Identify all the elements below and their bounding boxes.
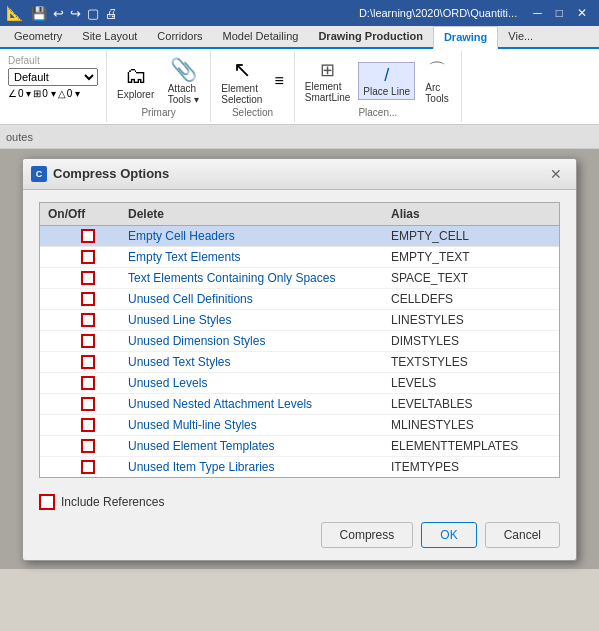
table-row[interactable]: Unused Cell Definitions CELLDEFS bbox=[40, 289, 559, 310]
main-content: C Compress Options ✕ On/Off Delete Alias bbox=[0, 149, 599, 569]
table-row[interactable]: Unused Levels LEVELS bbox=[40, 373, 559, 394]
scale-icon: △ bbox=[58, 88, 66, 99]
col-header-delete: Delete bbox=[128, 207, 391, 221]
checkbox-11[interactable] bbox=[81, 439, 95, 453]
checkbox-9[interactable] bbox=[81, 397, 95, 411]
delete-label-1: Empty Cell Headers bbox=[128, 229, 391, 243]
ok-button[interactable]: OK bbox=[421, 522, 476, 548]
extra-selection-btn[interactable]: ≡ bbox=[270, 70, 287, 92]
row-checkbox-container bbox=[48, 355, 128, 369]
tab-site-layout[interactable]: Site Layout bbox=[72, 26, 147, 47]
checkbox-4[interactable] bbox=[81, 292, 95, 306]
options-table: On/Off Delete Alias Empty Cell Headers E… bbox=[39, 202, 560, 478]
tab-geometry[interactable]: Geometry bbox=[4, 26, 72, 47]
offset-icon: ⊞ bbox=[33, 88, 41, 99]
tab-drawing-production[interactable]: Drawing Production bbox=[308, 26, 433, 47]
include-ref-label: Include References bbox=[61, 495, 164, 509]
checkbox-8[interactable] bbox=[81, 376, 95, 390]
element-selection-btn[interactable]: ↖ ElementSelection bbox=[217, 55, 266, 107]
delete-label-10: Unused Multi-line Styles bbox=[128, 418, 391, 432]
alias-label-3: SPACE_TEXT bbox=[391, 271, 551, 285]
delete-label-12: Unused Item Type Libraries bbox=[128, 460, 391, 474]
place-line-btn[interactable]: / Place Line bbox=[358, 62, 415, 100]
save-btn[interactable]: 💾 bbox=[29, 4, 49, 23]
col-header-onoff: On/Off bbox=[48, 207, 128, 221]
ribbon-tab-bar: Geometry Site Layout Corridors Model Det… bbox=[0, 26, 599, 49]
delete-label-5: Unused Line Styles bbox=[128, 313, 391, 327]
explorer-icon: 🗂 bbox=[125, 63, 147, 89]
arc-tools-btn[interactable]: ⌒ ArcTools bbox=[419, 56, 455, 106]
tab-drawing[interactable]: Drawing bbox=[433, 26, 498, 49]
col-header-alias: Alias bbox=[391, 207, 551, 221]
checkbox-5[interactable] bbox=[81, 313, 95, 327]
ribbon-group-items-selection: ↖ ElementSelection ≡ bbox=[217, 55, 287, 107]
include-references-area: Include References bbox=[23, 490, 576, 516]
include-ref-checkbox[interactable] bbox=[39, 494, 55, 510]
alias-label-5: LINESTYLES bbox=[391, 313, 551, 327]
checkbox-7[interactable] bbox=[81, 355, 95, 369]
alias-label-2: EMPTY_TEXT bbox=[391, 250, 551, 264]
redo-btn[interactable]: ↪ bbox=[68, 4, 83, 23]
modal-titlebar: C Compress Options ✕ bbox=[23, 159, 576, 190]
row-checkbox-container bbox=[48, 439, 128, 453]
table-row[interactable]: Unused Multi-line Styles MLINESTYLES bbox=[40, 415, 559, 436]
window-close-btn[interactable]: ✕ bbox=[571, 4, 593, 22]
table-row[interactable]: Unused Dimension Styles DIMSTYLES bbox=[40, 331, 559, 352]
checkbox-3[interactable] bbox=[81, 271, 95, 285]
row-checkbox-container bbox=[48, 397, 128, 411]
delete-label-7: Unused Text Styles bbox=[128, 355, 391, 369]
alias-label-7: TEXTSTYLES bbox=[391, 355, 551, 369]
row-checkbox-container bbox=[48, 292, 128, 306]
row-checkbox-container bbox=[48, 250, 128, 264]
checkbox-1[interactable] bbox=[81, 229, 95, 243]
checkbox-6[interactable] bbox=[81, 334, 95, 348]
undo-btn[interactable]: ↩ bbox=[51, 4, 66, 23]
modal-button-row: Compress OK Cancel bbox=[23, 516, 576, 560]
modal-close-button[interactable]: ✕ bbox=[544, 164, 568, 184]
tab-model-detailing[interactable]: Model Detailing bbox=[213, 26, 309, 47]
delete-label-6: Unused Dimension Styles bbox=[128, 334, 391, 348]
minimize-btn[interactable]: ─ bbox=[527, 4, 548, 22]
selection-label: Selection bbox=[217, 107, 287, 118]
print-btn[interactable]: 🖨 bbox=[103, 4, 120, 23]
maximize-btn[interactable]: □ bbox=[550, 4, 569, 22]
arc-icon: ⌒ bbox=[428, 58, 446, 82]
cancel-button[interactable]: Cancel bbox=[485, 522, 560, 548]
table-row[interactable]: Unused Element Templates ELEMENTTEMPLATE… bbox=[40, 436, 559, 457]
compress-options-dialog: C Compress Options ✕ On/Off Delete Alias bbox=[22, 158, 577, 561]
checkbox-2[interactable] bbox=[81, 250, 95, 264]
alias-label-6: DIMSTYLES bbox=[391, 334, 551, 348]
table-row[interactable]: Unused Text Styles TEXTSTYLES bbox=[40, 352, 559, 373]
tab-corridors[interactable]: Corridors bbox=[147, 26, 212, 47]
window-btn[interactable]: ▢ bbox=[85, 4, 101, 23]
row-checkbox-container bbox=[48, 418, 128, 432]
table-row[interactable]: Empty Cell Headers EMPTY_CELL bbox=[40, 226, 559, 247]
ribbon-group-items-placement: ⊞ ElementSmartLine / Place Line ⌒ ArcToo… bbox=[301, 55, 455, 107]
ribbon-content: Default Default ∠ 0 ▾ ⊞ 0 ▾ △ 0 ▾ 🗂 Expl… bbox=[0, 49, 599, 125]
table-row[interactable]: Text Elements Containing Only Spaces SPA… bbox=[40, 268, 559, 289]
table-row[interactable]: Unused Line Styles LINESTYLES bbox=[40, 310, 559, 331]
default-dropdown[interactable]: Default bbox=[8, 68, 98, 86]
explorer-btn[interactable]: 🗂 Explorer bbox=[113, 61, 158, 102]
element-smartline-btn[interactable]: ⊞ ElementSmartLine bbox=[301, 57, 355, 105]
table-row[interactable]: Unused Nested Attachment Levels LEVELTAB… bbox=[40, 394, 559, 415]
alias-label-10: MLINESTYLES bbox=[391, 418, 551, 432]
checkbox-10[interactable] bbox=[81, 418, 95, 432]
modal-overlay: C Compress Options ✕ On/Off Delete Alias bbox=[0, 149, 599, 569]
tab-view[interactable]: Vie... bbox=[498, 26, 543, 47]
delete-label-9: Unused Nested Attachment Levels bbox=[128, 397, 391, 411]
nav-routes: outes bbox=[6, 131, 33, 143]
line-icon: / bbox=[384, 65, 389, 86]
primary-label: Primary bbox=[113, 107, 204, 118]
modal-title-left: C Compress Options bbox=[31, 166, 169, 182]
table-row[interactable]: Empty Text Elements EMPTY_TEXT bbox=[40, 247, 559, 268]
row-checkbox-container bbox=[48, 334, 128, 348]
nav-bar: outes bbox=[0, 125, 599, 149]
table-row[interactable]: Unused Item Type Libraries ITEMTYPES bbox=[40, 457, 559, 477]
checkbox-12[interactable] bbox=[81, 460, 95, 474]
modal-title: Compress Options bbox=[53, 166, 169, 181]
alias-label-9: LEVELTABLES bbox=[391, 397, 551, 411]
delete-label-4: Unused Cell Definitions bbox=[128, 292, 391, 306]
attach-tools-btn[interactable]: 📎 AttachTools ▾ bbox=[162, 55, 204, 107]
compress-button[interactable]: Compress bbox=[321, 522, 414, 548]
